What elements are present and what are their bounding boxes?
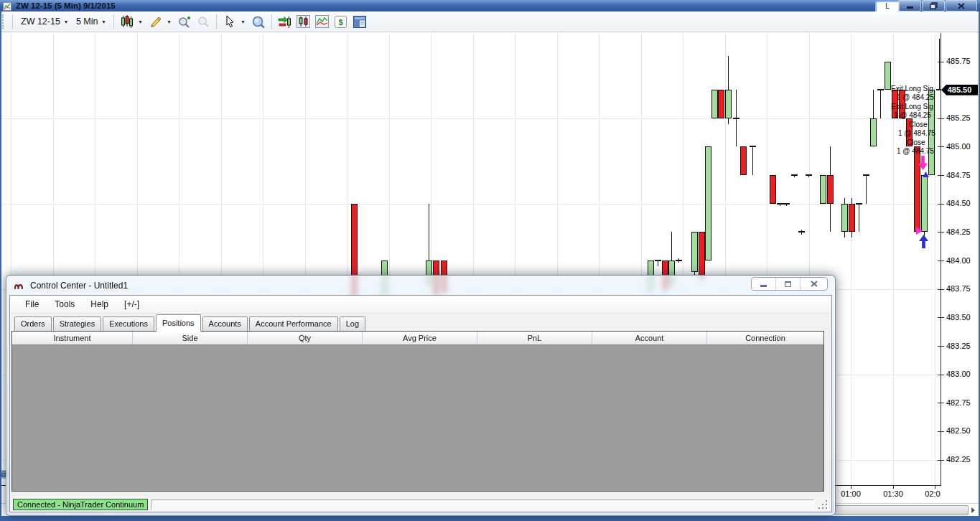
column-header-qty[interactable]: Qty: [248, 332, 363, 344]
price-axis-tick: [938, 232, 944, 233]
tab-log[interactable]: Log: [340, 316, 365, 331]
price-axis-tick: [938, 146, 944, 147]
cc-minimize-button[interactable]: [752, 278, 776, 290]
candle-body: [699, 232, 705, 277]
price-axis-label: 485.00: [946, 142, 971, 151]
column-header-instrument[interactable]: Instrument: [12, 332, 133, 344]
account-dollar-icon[interactable]: $: [332, 13, 350, 30]
candle-wick: [658, 260, 658, 266]
scrollbar-right-arrow-icon[interactable]: [971, 507, 975, 513]
time-axis-tick: [935, 486, 935, 489]
chart-style-icon[interactable]: [118, 13, 136, 30]
resize-grip[interactable]: [818, 500, 829, 510]
candle-doji-dash: [777, 203, 783, 205]
menu-item-file[interactable]: File: [17, 298, 47, 311]
tab-account-performance[interactable]: Account Performance: [249, 316, 338, 331]
candle-doji-dash: [791, 174, 798, 176]
chevron-down-icon[interactable]: ▾: [139, 19, 142, 25]
cc-maximize-button[interactable]: [776, 278, 801, 290]
chart-trader-icon[interactable]: [276, 13, 294, 30]
chart-window-titlebar: ZW 12-15 (5 Min) 9/1/2015 L: [0, 0, 980, 11]
zoom-out-icon[interactable]: [194, 13, 213, 30]
execution-label: 1 @ 484.25: [894, 111, 931, 119]
candle-body: [725, 90, 732, 118]
positions-table: InstrumentSideQtyAvg PricePnLAccountConn…: [11, 331, 824, 492]
restore-icon: [930, 2, 938, 9]
candle-doji-dash: [750, 146, 756, 147]
candle-doji-dash: [806, 174, 812, 176]
restore-button[interactable]: [922, 0, 945, 11]
control-center-window[interactable]: Control Center - Untitled1 FileToolsHelp…: [6, 275, 836, 516]
connection-status-badge: Connected - NinjaTrader Continuum: [13, 499, 148, 510]
chevron-down-icon[interactable]: ▾: [168, 19, 171, 25]
candle-body: [870, 118, 877, 147]
tab-strategies[interactable]: Strategies: [53, 316, 102, 331]
close-icon: [811, 281, 818, 287]
interval-selector[interactable]: 5 Min: [76, 17, 98, 27]
menu-item-[interactable]: [+/-]: [116, 298, 147, 311]
candle-body: [718, 90, 724, 118]
tab-orders[interactable]: Orders: [14, 316, 52, 331]
price-axis-label: 482.50: [946, 426, 971, 435]
line-chart-icon[interactable]: [313, 13, 332, 30]
minimize-button[interactable]: [898, 0, 921, 11]
candle-doji-dash: [877, 89, 884, 90]
time-axis-label: 01:00: [836, 489, 865, 498]
chart-window-candles-icon[interactable]: [294, 13, 313, 30]
column-header-connection[interactable]: Connection: [707, 332, 823, 344]
candle-doji-dash: [863, 174, 869, 176]
drawing-tools-icon[interactable]: [146, 13, 165, 30]
candle-body: [705, 146, 711, 260]
candle-body: [740, 146, 747, 175]
control-center-titlebar[interactable]: Control Center - Untitled1: [6, 276, 835, 295]
cursor-icon[interactable]: [220, 13, 239, 30]
instrument-selector[interactable]: ZW 12-15: [21, 17, 60, 27]
menu-item-help[interactable]: Help: [83, 298, 116, 311]
column-header-pnl[interactable]: PnL: [477, 332, 592, 344]
chevron-down-icon[interactable]: ▾: [65, 19, 67, 25]
column-header-avg-price[interactable]: Avg Price: [363, 332, 477, 344]
price-axis-tick: [938, 62, 944, 62]
candle-doji-dash: [798, 231, 805, 233]
menu-item-tools[interactable]: Tools: [47, 298, 83, 311]
price-axis-tick: [938, 431, 944, 432]
close-icon: [958, 3, 965, 9]
data-box-icon[interactable]: [249, 13, 268, 30]
toolbar-separator: [271, 14, 272, 29]
tab-positions[interactable]: Positions: [156, 314, 201, 332]
tab-executions[interactable]: Executions: [103, 316, 154, 331]
candle-body: [711, 90, 718, 118]
properties-panel-icon[interactable]: [350, 13, 369, 30]
statusbar-panel: [151, 499, 814, 510]
execution-label: Exit Long Sig: [891, 85, 933, 93]
time-axis-tick: [893, 486, 894, 489]
price-axis-label: 484.00: [946, 256, 971, 265]
window-title: ZW 12-15 (5 Min) 9/1/2015: [16, 1, 116, 10]
close-button[interactable]: [946, 0, 977, 11]
candle-wick: [939, 39, 940, 90]
svg-text:$: $: [338, 17, 342, 26]
candle-body: [849, 204, 855, 233]
control-center-window-controls: [751, 277, 828, 291]
last-price-marker: 485.50: [941, 85, 978, 95]
cc-close-button[interactable]: [801, 278, 827, 290]
chevron-down-icon[interactable]: ▾: [242, 19, 245, 25]
candle-doji-dash: [655, 260, 661, 261]
tab-accounts[interactable]: Accounts: [202, 316, 248, 331]
price-axis-label: 485.75: [946, 57, 971, 65]
zoom-in-icon[interactable]: [175, 13, 194, 30]
candle-body: [770, 175, 776, 204]
price-axis-tick: [938, 118, 944, 119]
minimize-icon: [907, 6, 913, 9]
column-header-side[interactable]: Side: [133, 332, 248, 344]
price-axis[interactable]: 485.50 485.75485.50485.25485.00484.75484…: [941, 33, 979, 503]
candle-wick: [859, 204, 859, 233]
price-axis-label: 485.25: [946, 113, 971, 122]
candle-body: [921, 175, 928, 232]
scrollbar-thumb[interactable]: [834, 505, 969, 515]
execution-label: Close: [907, 139, 925, 146]
toolbar-grip[interactable]: [2, 14, 6, 29]
chevron-down-icon[interactable]: ▾: [102, 19, 105, 25]
column-header-account[interactable]: Account: [592, 332, 707, 344]
price-axis-tick: [938, 204, 944, 205]
